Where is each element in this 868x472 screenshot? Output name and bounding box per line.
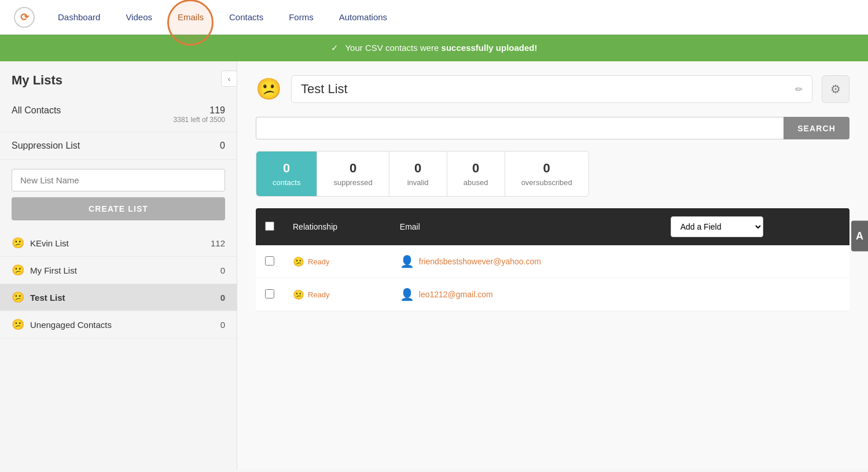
- all-contacts-count: 119: [174, 105, 225, 116]
- sidebar-suppression-list[interactable]: Suppression List 0: [0, 132, 237, 160]
- row1-check[interactable]: [265, 256, 274, 266]
- create-list-button[interactable]: CREATE LIST: [12, 197, 225, 220]
- stats-tabs: 0 contacts 0 suppressed 0 invalid 0 abus…: [256, 151, 589, 197]
- add-field-select[interactable]: Add a Field: [671, 216, 763, 237]
- col-add-field: Add a Field: [661, 208, 849, 245]
- search-input[interactable]: [256, 117, 784, 139]
- row2-checkbox: [256, 278, 284, 311]
- edit-icon[interactable]: ✏: [795, 84, 803, 95]
- stat-tab-abused[interactable]: 0 abused: [447, 152, 505, 196]
- sidebar: ‹ My Lists All Contacts 119 3381 left of…: [0, 61, 237, 470]
- row1-avatar-icon: 👤: [400, 255, 414, 268]
- banner-message-bold: successfully uploaded!: [442, 43, 538, 53]
- check-icon: ✓: [331, 43, 339, 53]
- nav-automations[interactable]: Automations: [334, 10, 392, 24]
- sidebar-collapse-button[interactable]: ‹: [221, 71, 237, 87]
- main-content: 😕 Test List ✏ ⚙ SEARCH 0 contacts 0 supp…: [237, 61, 868, 470]
- col-checkbox: [256, 208, 284, 245]
- list-settings-button[interactable]: ⚙: [822, 75, 849, 103]
- row1-status-emoji: 😕: [293, 256, 304, 267]
- row2-status-label: Ready: [308, 290, 330, 299]
- table-row: 😕 Ready 👤 friendsbestshowever@yahoo.com: [256, 245, 849, 278]
- logo[interactable]: ⟳: [14, 7, 35, 28]
- nav-emails[interactable]: Emails: [173, 10, 208, 24]
- row2-email-link[interactable]: leo1212@gmail.com: [419, 290, 493, 299]
- nav-emails-wrapper: Emails: [173, 12, 208, 23]
- list-emoji-unengaged: 😕: [12, 318, 24, 331]
- search-button[interactable]: SEARCH: [784, 117, 849, 139]
- nav-videos[interactable]: Videos: [121, 10, 157, 24]
- list-header: 😕 Test List ✏ ⚙: [256, 75, 849, 103]
- row1-email: 👤 friendsbestshowever@yahoo.com: [391, 245, 661, 278]
- col-email: Email: [391, 208, 661, 245]
- nav-dashboard[interactable]: Dashboard: [53, 10, 105, 24]
- row2-status-emoji: 😕: [293, 289, 304, 300]
- row1-field: [661, 245, 849, 278]
- stat-tab-contacts[interactable]: 0 contacts: [256, 152, 317, 196]
- row1-checkbox: [256, 245, 284, 278]
- list-item-first[interactable]: 😕 My First List 0: [0, 257, 237, 284]
- list-item-kevin[interactable]: 😕 KEvin List 112: [0, 230, 237, 257]
- list-item-test[interactable]: 😕 Test List 0: [0, 284, 237, 311]
- row2-avatar-icon: 👤: [400, 287, 414, 301]
- main-layout: ‹ My Lists All Contacts 119 3381 left of…: [0, 61, 868, 470]
- row1-status-label: Ready: [308, 257, 330, 266]
- list-emoji-first: 😕: [12, 264, 24, 276]
- table-row: 😕 Ready 👤 leo1212@gmail.com: [256, 278, 849, 311]
- list-title: Test List: [301, 82, 795, 97]
- row1-email-link[interactable]: friendsbestshowever@yahoo.com: [419, 257, 541, 266]
- row2-check[interactable]: [265, 289, 274, 298]
- table-header: Relationship Email Add a Field: [256, 208, 849, 245]
- list-emoji-test: 😕: [12, 291, 24, 304]
- stat-tab-oversubscribed[interactable]: 0 oversubscribed: [505, 152, 589, 196]
- nav-forms[interactable]: Forms: [284, 10, 318, 24]
- stat-tab-invalid[interactable]: 0 invalid: [389, 152, 447, 196]
- new-list-input[interactable]: [12, 169, 225, 191]
- list-emoji-kevin: 😕: [12, 237, 24, 249]
- table-body: 😕 Ready 👤 friendsbestshowever@yahoo.com: [256, 245, 849, 311]
- right-edge-button[interactable]: A: [851, 221, 868, 252]
- nav-links: Dashboard Videos Emails Contacts Forms A…: [53, 10, 392, 24]
- contacts-table: Relationship Email Add a Field 😕: [256, 208, 849, 311]
- nav-contacts[interactable]: Contacts: [225, 10, 268, 24]
- list-title-box: Test List ✏: [291, 75, 812, 103]
- row2-email: 👤 leo1212@gmail.com: [391, 278, 661, 311]
- stat-tab-suppressed[interactable]: 0 suppressed: [317, 152, 389, 196]
- banner-message-pre: Your CSV contacts were: [345, 43, 441, 53]
- select-all-checkbox[interactable]: [265, 222, 274, 231]
- top-nav: ⟳ Dashboard Videos Emails Contacts Forms…: [0, 0, 868, 35]
- row2-field: [661, 278, 849, 311]
- sidebar-all-contacts[interactable]: All Contacts 119 3381 left of 3500: [0, 97, 237, 132]
- all-contacts-sub: 3381 left of 3500: [174, 116, 225, 124]
- col-relationship: Relationship: [284, 208, 391, 245]
- list-item-unengaged[interactable]: 😕 Unengaged Contacts 0: [0, 311, 237, 338]
- list-header-emoji: 😕: [256, 77, 282, 101]
- success-banner: ✓ Your CSV contacts were successfully up…: [0, 35, 868, 61]
- search-bar: SEARCH: [256, 117, 849, 139]
- row2-status: 😕 Ready: [284, 278, 391, 311]
- sidebar-title: My Lists: [0, 73, 237, 97]
- row1-status: 😕 Ready: [284, 245, 391, 278]
